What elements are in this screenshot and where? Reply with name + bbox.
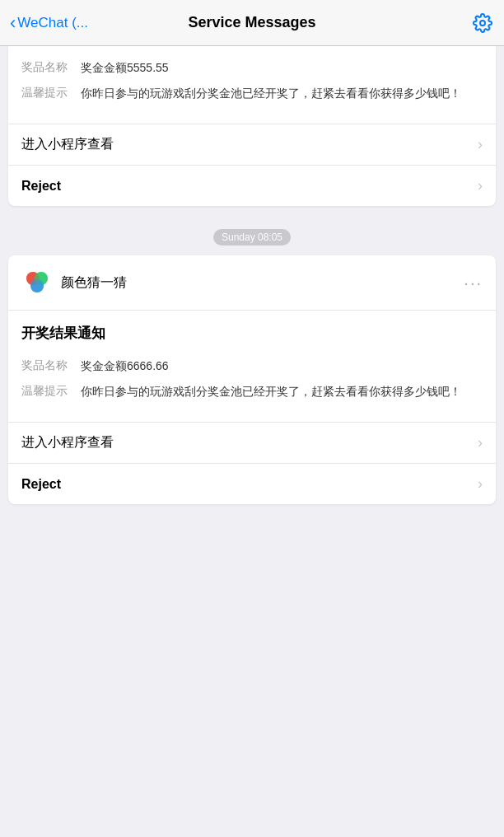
enter-miniprogram-label: 进入小程序查看 (21, 434, 114, 451)
prize-value: 奖金金额6666.66 (81, 358, 483, 375)
prize-row: 奖品名称 奖金金额6666.66 (21, 358, 483, 375)
partial-prize-value: 奖金金额5555.55 (81, 59, 483, 77)
partial-reject-label: Reject (21, 179, 61, 194)
enter-miniprogram-button[interactable]: 进入小程序查看 › (8, 423, 496, 464)
partial-reminder-label: 温馨提示 (21, 85, 81, 101)
settings-icon[interactable] (471, 12, 494, 35)
card-header: 颜色猜一猜 ··· (8, 255, 496, 311)
svg-point-0 (480, 21, 485, 26)
card-title: 开奖结果通知 (21, 324, 483, 343)
reminder-value: 你昨日参与的玩游戏刮分奖金池已经开奖了，赶紧去看看你获得多少钱吧！ (81, 383, 483, 400)
reject-label: Reject (21, 477, 61, 492)
svg-point-7 (30, 279, 44, 292)
partial-message-card: 奖品名称 奖金金额5555.55 温馨提示 你昨日参与的玩游戏刮分奖金池已经开奖… (8, 46, 496, 206)
message-card: 颜色猜一猜 ··· 开奖结果通知 奖品名称 奖金金额6666.66 温馨提示 你… (8, 255, 496, 504)
more-options-icon[interactable]: ··· (464, 274, 483, 292)
partial-card-body: 奖品名称 奖金金额5555.55 温馨提示 你昨日参与的玩游戏刮分奖金池已经开奖… (8, 46, 496, 114)
page-title: Service Messages (188, 14, 315, 31)
back-button[interactable]: ‹ WeChat (... (10, 12, 88, 34)
reject-button[interactable]: Reject › (8, 464, 496, 504)
back-chevron-icon: ‹ (10, 12, 16, 34)
partial-reject-button[interactable]: Reject › (8, 166, 496, 206)
partial-enter-chevron-icon: › (478, 136, 483, 153)
enter-chevron-icon: › (478, 434, 483, 451)
timestamp-badge: Sunday 08:05 (213, 229, 291, 245)
reminder-label: 温馨提示 (21, 383, 81, 399)
reminder-row: 温馨提示 你昨日参与的玩游戏刮分奖金池已经开奖了，赶紧去看看你获得多少钱吧！ (21, 383, 483, 400)
card-actions: 进入小程序查看 › Reject › (8, 422, 496, 504)
app-logo (21, 267, 53, 298)
prize-label: 奖品名称 (21, 358, 81, 373)
partial-enter-miniprogram-button[interactable]: 进入小程序查看 › (8, 124, 496, 166)
partial-prize-label: 奖品名称 (21, 59, 81, 75)
partial-reminder-value: 你昨日参与的玩游戏刮分奖金池已经开奖了，赶紧去看看你获得多少钱吧！ (81, 85, 483, 102)
card-body: 开奖结果通知 奖品名称 奖金金额6666.66 温馨提示 你昨日参与的玩游戏刮分… (8, 311, 496, 412)
back-label: WeChat (... (17, 15, 88, 31)
reject-chevron-icon: › (478, 475, 483, 493)
app-name: 颜色猜一猜 (61, 274, 464, 292)
navigation-bar: ‹ WeChat (... Service Messages (0, 0, 504, 46)
partial-reject-chevron-icon: › (478, 177, 483, 194)
partial-reminder-row: 温馨提示 你昨日参与的玩游戏刮分奖金池已经开奖了，赶紧去看看你获得多少钱吧！ (21, 85, 483, 102)
partial-enter-label: 进入小程序查看 (21, 136, 114, 153)
timestamp-divider: Sunday 08:05 (0, 216, 504, 255)
partial-card-actions: 进入小程序查看 › Reject › (8, 124, 496, 206)
partial-prize-row: 奖品名称 奖金金额5555.55 (21, 59, 483, 77)
